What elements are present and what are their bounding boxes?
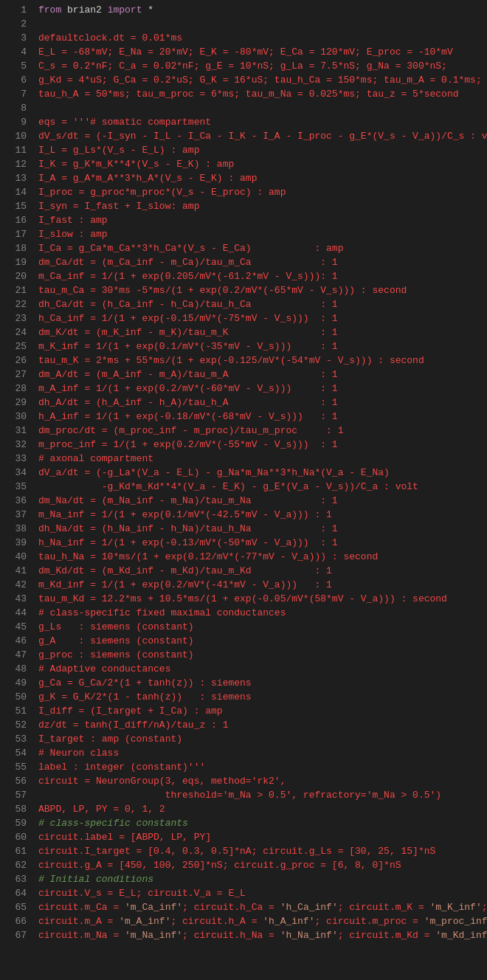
line-content: I_fast : amp bbox=[38, 213, 481, 227]
code-line: 67circuit.m_Na = 'm_Na_inf'; circuit.h_N… bbox=[0, 928, 487, 942]
code-line: 45g_Ls : siemens (constant) bbox=[0, 620, 487, 634]
line-content: from brian2 import * bbox=[38, 3, 481, 17]
code-line: 55label : integer (constant)''' bbox=[0, 760, 487, 774]
code-line: 7tau_h_A = 50*ms; tau_m_proc = 6*ms; tau… bbox=[0, 87, 487, 101]
code-line: 41dm_Kd/dt = (m_Kd_inf - m_Kd)/tau_m_Kd … bbox=[0, 564, 487, 578]
line-content: tau_h_A = 50*ms; tau_m_proc = 6*ms; tau_… bbox=[38, 87, 481, 101]
line-content: g_A : siemens (constant) bbox=[38, 634, 481, 648]
line-number: 51 bbox=[6, 704, 27, 718]
line-number: 60 bbox=[6, 830, 27, 844]
code-line: 46g_A : siemens (constant) bbox=[0, 634, 487, 648]
line-content: C_s = 0.2*nF; C_a = 0.02*nF; g_E = 10*nS… bbox=[38, 59, 481, 73]
line-content: E_L = -68*mV; E_Na = 20*mV; E_K = -80*mV… bbox=[38, 45, 481, 59]
line-content: circuit.m_A = 'm_A_inf'; circuit.h_A = '… bbox=[38, 914, 487, 928]
code-line: 38dh_Na/dt = (h_Na_inf - h_Na)/tau_h_Na … bbox=[0, 522, 487, 536]
line-number: 28 bbox=[6, 382, 27, 396]
code-line: 47g_proc : siemens (constant) bbox=[0, 648, 487, 662]
line-number: 45 bbox=[6, 620, 27, 634]
line-content: # class-specific constants bbox=[38, 816, 481, 830]
line-content: I_proc = g_proc*m_proc*(V_s - E_proc) : … bbox=[38, 185, 481, 199]
line-content: dV_a/dt = (-g_La*(V_a - E_L) - g_Na*m_Na… bbox=[38, 466, 481, 480]
line-number: 4 bbox=[6, 45, 27, 59]
code-line: 42m_Kd_inf = 1/(1 + exp(0.2/mV*(-41*mV -… bbox=[0, 578, 487, 592]
line-number: 66 bbox=[6, 914, 27, 928]
code-editor: 1from brian2 import *23defaultclock.dt =… bbox=[0, 0, 487, 945]
line-content: m_Ca_inf = 1/(1 + exp(0.205/mV*(-61.2*mV… bbox=[38, 269, 481, 283]
line-number: 65 bbox=[6, 900, 27, 914]
line-content: circuit.m_Ca = 'm_Ca_inf'; circuit.h_Ca … bbox=[38, 900, 487, 914]
line-number: 33 bbox=[6, 452, 27, 466]
code-line: 57 threshold='m_Na > 0.5', refractory='m… bbox=[0, 788, 487, 802]
line-number: 40 bbox=[6, 550, 27, 564]
line-number: 64 bbox=[6, 886, 27, 900]
line-number: 8 bbox=[6, 101, 27, 115]
line-number: 52 bbox=[6, 718, 27, 732]
code-line: 22dh_Ca/dt = (h_Ca_inf - h_Ca)/tau_h_Ca … bbox=[0, 297, 487, 311]
line-content: dm_Ca/dt = (m_Ca_inf - m_Ca)/tau_m_Ca : … bbox=[38, 255, 481, 269]
line-content: dm_K/dt = (m_K_inf - m_K)/tau_m_K : 1 bbox=[38, 325, 481, 339]
line-number: 67 bbox=[6, 928, 27, 942]
line-number: 14 bbox=[6, 185, 27, 199]
code-line: 10dV_s/dt = (-I_syn - I_L - I_Ca - I_K -… bbox=[0, 129, 487, 143]
line-content: m_Na_inf = 1/(1 + exp(0.1/mV*(-42.5*mV -… bbox=[38, 508, 481, 522]
line-content: I_A = g_A*m_A**3*h_A*(V_s - E_K) : amp bbox=[38, 171, 481, 185]
code-line: 5C_s = 0.2*nF; C_a = 0.02*nF; g_E = 10*n… bbox=[0, 59, 487, 73]
code-line: 13I_A = g_A*m_A**3*h_A*(V_s - E_K) : amp bbox=[0, 171, 487, 185]
line-content: dm_proc/dt = (m_proc_inf - m_proc)/tau_m… bbox=[38, 424, 481, 438]
line-content: h_A_inf = 1/(1 + exp(-0.18/mV*(-68*mV - … bbox=[38, 410, 481, 424]
code-line: 48# Adaptive conductances bbox=[0, 662, 487, 676]
line-content: defaultclock.dt = 0.01*ms bbox=[38, 31, 481, 45]
line-number: 39 bbox=[6, 536, 27, 550]
line-content: I_K = g_K*m_K**4*(V_s - E_K) : amp bbox=[38, 157, 481, 171]
line-content: eqs = '''# somatic compartment bbox=[38, 115, 481, 129]
line-content: circuit = NeuronGroup(3, eqs, method='rk… bbox=[38, 774, 481, 788]
line-number: 50 bbox=[6, 690, 27, 704]
line-content: I_L = g_Ls*(V_s - E_L) : amp bbox=[38, 143, 481, 157]
code-line: 6g_Kd = 4*uS; G_Ca = 0.2*uS; G_K = 16*uS… bbox=[0, 73, 487, 87]
line-number: 62 bbox=[6, 858, 27, 872]
code-line: 35 -g_Kd*m_Kd**4*(V_a - E_K) - g_E*(V_a … bbox=[0, 480, 487, 494]
line-number: 29 bbox=[6, 396, 27, 410]
line-content: g_Kd = 4*uS; G_Ca = 0.2*uS; G_K = 16*uS;… bbox=[38, 73, 482, 87]
line-number: 42 bbox=[6, 578, 27, 592]
line-content: circuit.V_s = E_L; circuit.V_a = E_L bbox=[38, 886, 481, 900]
line-content: circuit.I_target = [0.4, 0.3, 0.5]*nA; c… bbox=[38, 844, 481, 858]
line-content: circuit.g_A = [450, 100, 250]*nS; circui… bbox=[38, 858, 481, 872]
line-number: 30 bbox=[6, 410, 27, 424]
code-line: 43tau_m_Kd = 12.2*ms + 10.5*ms/(1 + exp(… bbox=[0, 592, 487, 606]
line-content: I_diff = (I_target + I_Ca) : amp bbox=[38, 704, 481, 718]
line-content: dh_Na/dt = (h_Na_inf - h_Na)/tau_h_Na : … bbox=[38, 522, 481, 536]
line-number: 6 bbox=[6, 73, 27, 87]
line-content: g_K = G_K/2*(1 - tanh(z)) : siemens bbox=[38, 690, 481, 704]
line-number: 12 bbox=[6, 157, 27, 171]
line-number: 32 bbox=[6, 438, 27, 452]
line-content: m_K_inf = 1/(1 + exp(0.1/mV*(-35*mV - V_… bbox=[38, 339, 481, 353]
line-number: 38 bbox=[6, 522, 27, 536]
code-line: 52dz/dt = tanh(I_diff/nA)/tau_z : 1 bbox=[0, 718, 487, 732]
line-number: 34 bbox=[6, 466, 27, 480]
line-content: # axonal compartment bbox=[38, 452, 481, 466]
code-line: 61circuit.I_target = [0.4, 0.3, 0.5]*nA;… bbox=[0, 844, 487, 858]
line-content: g_Ca = G_Ca/2*(1 + tanh(z)) : siemens bbox=[38, 676, 481, 690]
code-line: 18I_Ca = g_Ca*m_Ca**3*h_Ca*(V_s - E_Ca) … bbox=[0, 241, 487, 255]
line-number: 9 bbox=[6, 115, 27, 129]
line-number: 36 bbox=[6, 494, 27, 508]
line-content: m_Kd_inf = 1/(1 + exp(0.2/mV*(-41*mV - V… bbox=[38, 578, 481, 592]
line-content bbox=[38, 17, 481, 31]
line-content: I_slow : amp bbox=[38, 227, 481, 241]
code-line: 4E_L = -68*mV; E_Na = 20*mV; E_K = -80*m… bbox=[0, 45, 487, 59]
code-line: 27dm_A/dt = (m_A_inf - m_A)/tau_m_A : 1 bbox=[0, 368, 487, 382]
line-content: -g_Kd*m_Kd**4*(V_a - E_K) - g_E*(V_a - V… bbox=[38, 480, 481, 494]
line-content: I_syn = I_fast + I_slow: amp bbox=[38, 199, 481, 213]
line-number: 47 bbox=[6, 648, 27, 662]
code-line: 40tau_h_Na = 10*ms/(1 + exp(0.12/mV*(-77… bbox=[0, 550, 487, 564]
line-content: tau_m_Kd = 12.2*ms + 10.5*ms/(1 + exp(-0… bbox=[38, 592, 481, 606]
code-line: 63# Initial conditions bbox=[0, 872, 487, 886]
line-content: dV_s/dt = (-I_syn - I_L - I_Ca - I_K - I… bbox=[38, 129, 487, 143]
line-number: 35 bbox=[6, 480, 27, 494]
line-content: dm_A/dt = (m_A_inf - m_A)/tau_m_A : 1 bbox=[38, 368, 481, 382]
line-number: 53 bbox=[6, 732, 27, 746]
code-line: 16I_fast : amp bbox=[0, 213, 487, 227]
code-line: 15I_syn = I_fast + I_slow: amp bbox=[0, 199, 487, 213]
line-number: 16 bbox=[6, 213, 27, 227]
